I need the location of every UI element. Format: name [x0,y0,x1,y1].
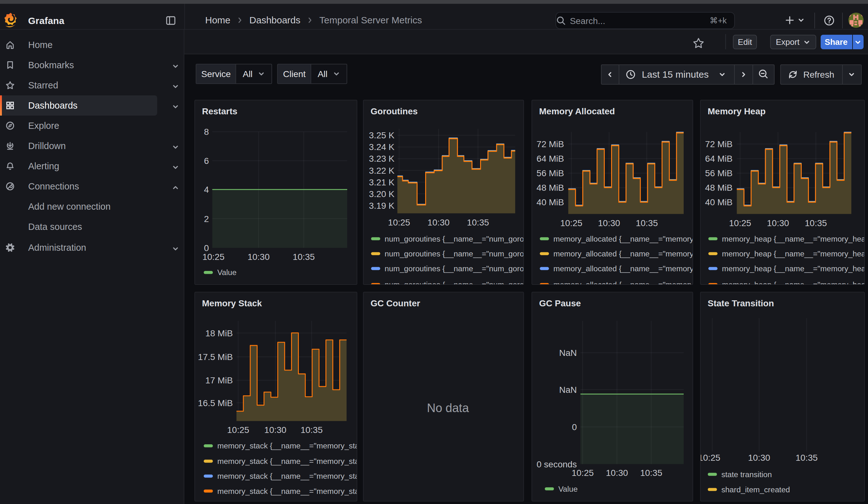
svg-text:No data: No data [427,401,469,415]
svg-text:0: 0 [572,422,577,432]
svg-text:10:30: 10:30 [606,468,628,478]
svg-text:40 MiB: 40 MiB [705,197,733,207]
svg-text:10:30: 10:30 [598,218,620,228]
svg-text:10:25: 10:25 [560,218,582,228]
svg-text:Restarts: Restarts [202,106,237,116]
svg-text:10:35: 10:35 [467,218,489,227]
svg-text:Value: Value [558,485,578,493]
svg-text:10:25: 10:25 [202,252,225,262]
svg-text:10:25: 10:25 [572,468,594,478]
svg-text:GC Pause: GC Pause [539,298,581,308]
svg-text:num_goroutines {__name__="num_: num_goroutines {__name__="num_goroutines… [385,235,524,243]
svg-text:state transition: state transition [721,470,772,479]
svg-text:3.20 K: 3.20 K [369,189,394,199]
svg-text:memory_heap {__name__="memory_: memory_heap {__name__="memory_heap"} [722,235,865,243]
svg-text:Memory Allocated: Memory Allocated [539,106,615,116]
svg-text:18 MiB: 18 MiB [205,328,232,338]
svg-text:10:25: 10:25 [388,218,410,227]
svg-text:Memory Stack: Memory Stack [202,298,262,308]
svg-text:shard_item_created: shard_item_created [721,485,790,494]
svg-text:3.21 K: 3.21 K [369,177,394,187]
svg-text:num_goroutines {__name__="num_: num_goroutines {__name__="num_goroutines… [385,280,524,285]
svg-text:Memory Heap: Memory Heap [707,106,766,116]
svg-text:NaN: NaN [559,385,577,395]
svg-text:memory_stack {__name__="memory: memory_stack {__name__="memory_stack"} [217,472,357,480]
svg-text:10:25: 10:25 [227,425,249,435]
svg-text:48 MiB: 48 MiB [705,183,733,193]
svg-text:10:25: 10:25 [701,453,720,463]
svg-text:10:30: 10:30 [767,218,789,228]
svg-text:6: 6 [204,156,209,166]
svg-text:10:35: 10:35 [300,425,323,435]
svg-text:State Transition: State Transition [707,298,774,308]
svg-text:2: 2 [204,214,209,224]
svg-text:56 MiB: 56 MiB [705,168,733,178]
svg-text:Value: Value [217,268,236,277]
svg-text:memory_stack {__name__="memory: memory_stack {__name__="memory_stack"} [217,457,357,465]
svg-text:10:35: 10:35 [640,468,662,478]
svg-text:10:30: 10:30 [247,252,270,262]
svg-text:17.5 MiB: 17.5 MiB [198,352,233,362]
svg-text:num_goroutines {__name__="num_: num_goroutines {__name__="num_goroutines… [385,249,524,258]
svg-text:3.22 K: 3.22 K [369,166,394,176]
svg-text:memory_heap {__name__="memory_: memory_heap {__name__="memory_heap"} [722,249,865,258]
svg-text:Goroutines: Goroutines [371,106,417,116]
svg-text:10:30: 10:30 [427,218,450,227]
svg-text:56 MiB: 56 MiB [537,168,564,178]
svg-text:10:30: 10:30 [264,425,286,435]
svg-text:40 MiB: 40 MiB [537,197,564,207]
svg-text:3.24 K: 3.24 K [369,142,394,152]
svg-text:64 MiB: 64 MiB [705,154,733,164]
svg-text:memory_stack {__name__="memory: memory_stack {__name__="memory_stack"} [217,442,357,450]
svg-text:8: 8 [204,127,209,137]
svg-text:memory_allocated {__name__="me: memory_allocated {__name__="memory_alloc… [553,235,693,243]
svg-text:72 MiB: 72 MiB [705,139,733,149]
svg-text:48 MiB: 48 MiB [537,183,564,193]
svg-text:memory_allocated {__name__="me: memory_allocated {__name__="memory_alloc… [553,249,693,258]
svg-text:memory_heap {__name__="memory_: memory_heap {__name__="memory_heap"} [722,264,865,273]
svg-text:72 MiB: 72 MiB [537,139,564,149]
svg-text:memory_heap {__name__="memory_: memory_heap {__name__="memory_heap"} [722,280,865,285]
svg-text:16.5 MiB: 16.5 MiB [198,398,233,408]
svg-text:10:35: 10:35 [805,218,827,228]
svg-text:memory_stack {__name__="memory: memory_stack {__name__="memory_stack"} [217,487,357,495]
svg-text:10:35: 10:35 [636,218,658,228]
svg-text:10:25: 10:25 [729,218,751,228]
svg-text:3.23 K: 3.23 K [369,154,394,164]
svg-text:10:35: 10:35 [292,252,315,262]
svg-text:memory_allocated {__name__="me: memory_allocated {__name__="memory_alloc… [553,280,693,285]
svg-text:GC Counter: GC Counter [371,298,420,308]
svg-text:10:35: 10:35 [796,453,818,463]
svg-text:3.25 K: 3.25 K [369,131,394,140]
svg-text:4: 4 [204,185,209,195]
svg-text:64 MiB: 64 MiB [537,154,564,164]
svg-text:17 MiB: 17 MiB [205,376,232,385]
svg-text:0 seconds: 0 seconds [537,460,577,469]
svg-text:NaN: NaN [559,348,577,358]
svg-text:3.19 K: 3.19 K [369,201,394,210]
svg-text:memory_allocated {__name__="me: memory_allocated {__name__="memory_alloc… [553,264,693,273]
svg-text:10:30: 10:30 [748,453,770,463]
svg-text:0: 0 [204,243,209,253]
svg-text:num_goroutines {__name__="num_: num_goroutines {__name__="num_goroutines… [385,264,524,273]
